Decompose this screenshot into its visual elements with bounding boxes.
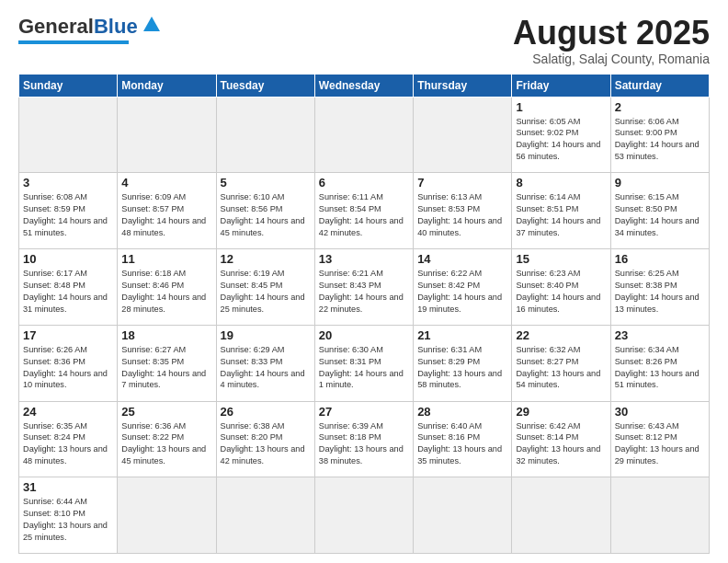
day-info: Sunrise: 6:05 AM Sunset: 9:02 PM Dayligh… [516,116,606,164]
day-info: Sunrise: 6:11 AM Sunset: 8:54 PM Dayligh… [319,191,409,239]
calendar-cell: 22Sunrise: 6:32 AM Sunset: 8:27 PM Dayli… [512,325,610,401]
calendar-cell: 5Sunrise: 6:10 AM Sunset: 8:56 PM Daylig… [216,173,314,249]
calendar-cell: 28Sunrise: 6:40 AM Sunset: 8:16 PM Dayli… [414,401,512,477]
col-header-wednesday: Wednesday [314,74,413,97]
day-info: Sunrise: 6:21 AM Sunset: 8:43 PM Dayligh… [319,268,409,316]
calendar-cell: 10Sunrise: 6:17 AM Sunset: 8:48 PM Dayli… [19,249,118,326]
day-info: Sunrise: 6:34 AM Sunset: 8:26 PM Dayligh… [615,344,705,392]
day-number: 18 [121,328,211,342]
calendar-cell: 3Sunrise: 6:08 AM Sunset: 8:59 PM Daylig… [19,173,118,249]
day-number: 30 [615,405,705,419]
col-header-monday: Monday [118,74,216,97]
day-number: 23 [615,328,705,342]
calendar-cell: 21Sunrise: 6:31 AM Sunset: 8:29 PM Dayli… [414,325,512,401]
day-info: Sunrise: 6:32 AM Sunset: 8:27 PM Dayligh… [516,344,606,392]
calendar-cell: 23Sunrise: 6:34 AM Sunset: 8:26 PM Dayli… [610,325,709,401]
day-info: Sunrise: 6:17 AM Sunset: 8:48 PM Dayligh… [23,268,113,316]
logo-icon [142,15,162,39]
day-number: 7 [417,176,507,190]
day-number: 19 [221,328,311,342]
calendar-cell [610,477,709,554]
calendar-cell: 30Sunrise: 6:43 AM Sunset: 8:12 PM Dayli… [610,401,709,477]
col-header-tuesday: Tuesday [216,74,314,97]
calendar-cell: 2Sunrise: 6:06 AM Sunset: 9:00 PM Daylig… [610,97,709,173]
day-number: 22 [516,328,606,342]
day-number: 20 [319,328,409,342]
day-info: Sunrise: 6:19 AM Sunset: 8:45 PM Dayligh… [221,268,311,316]
day-number: 16 [615,252,705,266]
day-number: 2 [615,100,705,114]
day-info: Sunrise: 6:35 AM Sunset: 8:24 PM Dayligh… [23,420,113,468]
calendar-cell: 24Sunrise: 6:35 AM Sunset: 8:24 PM Dayli… [19,401,118,477]
day-number: 26 [221,405,311,419]
calendar-cell: 29Sunrise: 6:42 AM Sunset: 8:14 PM Dayli… [512,401,610,477]
calendar-cell: 11Sunrise: 6:18 AM Sunset: 8:46 PM Dayli… [118,249,216,326]
calendar-week-row: 24Sunrise: 6:35 AM Sunset: 8:24 PM Dayli… [19,401,710,477]
day-info: Sunrise: 6:26 AM Sunset: 8:36 PM Dayligh… [23,344,113,392]
col-header-thursday: Thursday [414,74,512,97]
day-number: 1 [516,100,606,114]
day-info: Sunrise: 6:27 AM Sunset: 8:35 PM Dayligh… [121,344,211,392]
day-info: Sunrise: 6:18 AM Sunset: 8:46 PM Dayligh… [121,268,211,316]
day-info: Sunrise: 6:43 AM Sunset: 8:12 PM Dayligh… [615,420,705,468]
day-number: 4 [121,176,211,190]
calendar-cell [314,97,413,173]
calendar-cell [19,97,118,173]
col-header-friday: Friday [512,74,610,97]
calendar-cell [512,477,610,554]
calendar-cell: 27Sunrise: 6:39 AM Sunset: 8:18 PM Dayli… [314,401,413,477]
logo-general-text: General [18,15,94,39]
day-info: Sunrise: 6:10 AM Sunset: 8:56 PM Dayligh… [221,191,311,239]
day-info: Sunrise: 6:25 AM Sunset: 8:38 PM Dayligh… [615,268,705,316]
svg-marker-0 [143,17,160,31]
calendar-week-row: 17Sunrise: 6:26 AM Sunset: 8:36 PM Dayli… [19,325,710,401]
calendar-header-row: SundayMondayTuesdayWednesdayThursdayFrid… [19,74,710,97]
logo: General Blue [18,15,162,44]
calendar-cell: 18Sunrise: 6:27 AM Sunset: 8:35 PM Dayli… [118,325,216,401]
day-info: Sunrise: 6:31 AM Sunset: 8:29 PM Dayligh… [417,344,507,392]
month-year-title: August 2025 [513,15,710,52]
calendar-cell: 17Sunrise: 6:26 AM Sunset: 8:36 PM Dayli… [19,325,118,401]
calendar-cell: 14Sunrise: 6:22 AM Sunset: 8:42 PM Dayli… [414,249,512,326]
logo-blue-text: Blue [94,15,138,39]
calendar-cell [414,97,512,173]
day-info: Sunrise: 6:36 AM Sunset: 8:22 PM Dayligh… [121,420,211,468]
day-number: 13 [319,252,409,266]
calendar-week-row: 3Sunrise: 6:08 AM Sunset: 8:59 PM Daylig… [19,173,710,249]
calendar-week-row: 31Sunrise: 6:44 AM Sunset: 8:10 PM Dayli… [19,477,710,554]
day-info: Sunrise: 6:15 AM Sunset: 8:50 PM Dayligh… [615,191,705,239]
calendar-cell: 12Sunrise: 6:19 AM Sunset: 8:45 PM Dayli… [216,249,314,326]
calendar-cell [118,97,216,173]
day-number: 27 [319,405,409,419]
day-info: Sunrise: 6:42 AM Sunset: 8:14 PM Dayligh… [516,420,606,468]
location-subtitle: Salatig, Salaj County, Romania [513,52,710,66]
col-header-saturday: Saturday [610,74,709,97]
day-info: Sunrise: 6:22 AM Sunset: 8:42 PM Dayligh… [417,268,507,316]
day-number: 31 [23,480,113,494]
day-info: Sunrise: 6:08 AM Sunset: 8:59 PM Dayligh… [23,191,113,239]
day-info: Sunrise: 6:13 AM Sunset: 8:53 PM Dayligh… [417,191,507,239]
day-number: 17 [23,328,113,342]
day-number: 29 [516,405,606,419]
day-info: Sunrise: 6:23 AM Sunset: 8:40 PM Dayligh… [516,268,606,316]
calendar-table: SundayMondayTuesdayWednesdayThursdayFrid… [18,74,710,554]
day-info: Sunrise: 6:44 AM Sunset: 8:10 PM Dayligh… [23,496,113,544]
calendar-cell: 7Sunrise: 6:13 AM Sunset: 8:53 PM Daylig… [414,173,512,249]
day-number: 12 [221,252,311,266]
page: General Blue August 2025 Salatig, Salaj … [0,0,728,563]
day-info: Sunrise: 6:39 AM Sunset: 8:18 PM Dayligh… [319,420,409,468]
day-number: 9 [615,176,705,190]
calendar-cell [216,477,314,554]
day-number: 10 [23,252,113,266]
day-number: 11 [121,252,211,266]
calendar-cell: 16Sunrise: 6:25 AM Sunset: 8:38 PM Dayli… [610,249,709,326]
calendar-cell: 25Sunrise: 6:36 AM Sunset: 8:22 PM Dayli… [118,401,216,477]
calendar-cell: 8Sunrise: 6:14 AM Sunset: 8:51 PM Daylig… [512,173,610,249]
header: General Blue August 2025 Salatig, Salaj … [18,15,710,66]
day-info: Sunrise: 6:06 AM Sunset: 9:00 PM Dayligh… [615,116,705,164]
calendar-cell [414,477,512,554]
calendar-cell: 1Sunrise: 6:05 AM Sunset: 9:02 PM Daylig… [512,97,610,173]
calendar-cell: 4Sunrise: 6:09 AM Sunset: 8:57 PM Daylig… [118,173,216,249]
day-number: 14 [417,252,507,266]
day-info: Sunrise: 6:30 AM Sunset: 8:31 PM Dayligh… [319,344,409,392]
